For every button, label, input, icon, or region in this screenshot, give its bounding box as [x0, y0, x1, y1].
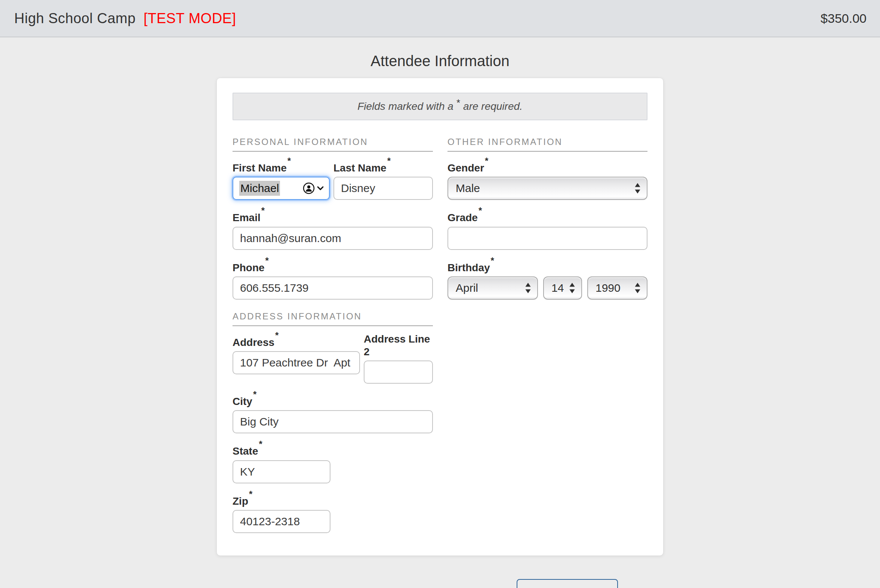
event-price: $350.00 [821, 11, 866, 26]
gender-select[interactable]: Male [447, 177, 647, 200]
birthday-month-select[interactable]: April [447, 276, 538, 300]
section-personal-information: PERSONAL INFORMATION [233, 137, 433, 152]
city-label: City* [233, 392, 433, 408]
zip-label: Zip* [233, 492, 433, 508]
grade-label: Grade* [447, 208, 647, 224]
first-name-value-selected: Michael [239, 181, 280, 196]
required-asterisk: * [478, 206, 482, 216]
phone-input[interactable] [233, 276, 433, 300]
up-down-triangles-icon [635, 282, 641, 294]
first-name-label: First Name* [233, 158, 330, 174]
first-name-input[interactable]: Michael [233, 177, 330, 200]
last-name-input[interactable] [334, 177, 433, 200]
person-circle-icon [302, 182, 316, 195]
notice-asterisk: * [456, 97, 460, 109]
up-down-triangles-icon [635, 182, 641, 194]
required-asterisk: * [387, 156, 391, 166]
autofill-suggestion-button[interactable] [302, 182, 325, 195]
grade-input[interactable] [447, 227, 647, 250]
required-asterisk: * [287, 156, 291, 166]
birthday-year-select[interactable]: 1990 [587, 276, 647, 300]
attendee-form-card: Fields marked with a * are required. PER… [217, 78, 663, 556]
email-label: Email* [233, 208, 433, 224]
top-header-bar: High School Camp [TEST MODE] $350.00 [0, 0, 880, 38]
page-title: Attendee Information [0, 52, 880, 69]
city-input[interactable] [233, 410, 433, 434]
next-step-button[interactable]: Next Step >> [517, 579, 618, 588]
required-asterisk: * [261, 206, 265, 216]
form-actions: Next Step >> [217, 556, 663, 588]
state-label: State* [233, 441, 433, 458]
birthday-day-select[interactable]: 14 [543, 276, 582, 300]
chevron-down-icon [316, 182, 325, 195]
state-input[interactable] [233, 460, 331, 483]
up-down-triangles-icon [525, 282, 531, 294]
address-input[interactable] [233, 351, 360, 374]
required-asterisk: * [265, 255, 269, 266]
gender-selected-value: Male [456, 182, 480, 195]
up-down-triangles-icon [569, 282, 575, 294]
section-other-information: OTHER INFORMATION [447, 137, 647, 152]
notice-prefix: Fields marked with a [357, 100, 453, 112]
address-label: Address* [233, 333, 360, 349]
event-title: High School Camp [TEST MODE] [14, 10, 236, 27]
last-name-label: Last Name* [334, 158, 433, 174]
required-fields-notice: Fields marked with a * are required. [233, 93, 647, 120]
birthday-year-value: 1990 [596, 282, 621, 294]
required-asterisk: * [485, 156, 488, 166]
phone-label: Phone* [233, 258, 433, 274]
event-title-text: High School Camp [14, 10, 136, 26]
zip-input[interactable] [233, 510, 331, 533]
required-asterisk: * [253, 389, 256, 399]
test-mode-badge: [TEST MODE] [144, 10, 236, 26]
section-address-information: ADDRESS INFORMATION [233, 311, 433, 326]
notice-suffix: are required. [463, 100, 523, 112]
required-asterisk: * [491, 255, 494, 266]
required-asterisk: * [275, 330, 278, 340]
address-line2-input[interactable] [364, 360, 433, 384]
birthday-month-value: April [456, 282, 478, 294]
required-asterisk: * [249, 489, 252, 499]
required-asterisk: * [259, 439, 262, 449]
email-input[interactable] [233, 227, 433, 250]
address-line2-label: Address Line 2 [364, 333, 433, 358]
gender-label: Gender* [447, 158, 647, 174]
birthday-day-value: 14 [551, 282, 564, 294]
birthday-label: Birthday* [447, 258, 647, 274]
